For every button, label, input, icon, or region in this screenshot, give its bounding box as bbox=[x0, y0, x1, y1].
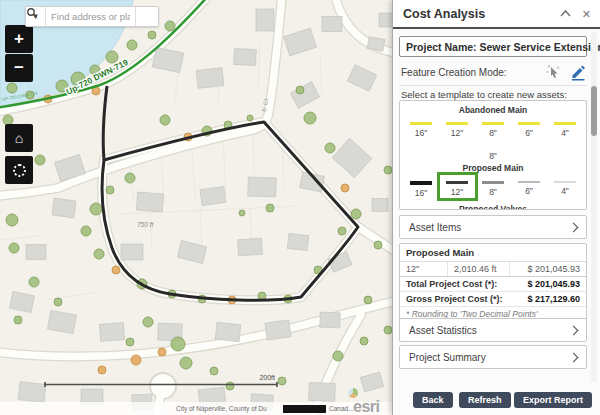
template-swatch bbox=[446, 122, 468, 125]
asset-statistics-section[interactable]: Asset Statistics bbox=[399, 318, 587, 342]
house bbox=[320, 312, 341, 328]
template-swatch bbox=[446, 181, 468, 184]
template-item[interactable]: 8" bbox=[476, 175, 511, 198]
zoom-out-button[interactable]: − bbox=[5, 54, 33, 82]
tree bbox=[239, 210, 245, 216]
tree bbox=[171, 337, 185, 351]
tree bbox=[7, 83, 17, 93]
map-canvas[interactable]: UP-720 DWN-719 Up-720 DWN-719 E Ct 750 f… bbox=[0, 0, 392, 415]
chevron-right-icon bbox=[569, 352, 579, 362]
edit-pencil-icon[interactable] bbox=[570, 64, 587, 81]
house bbox=[287, 233, 308, 250]
feature-creation-mode-row: Feature Creation Mode: bbox=[399, 60, 587, 84]
search-input[interactable] bbox=[46, 7, 135, 26]
template-swatch bbox=[518, 122, 540, 125]
template-label: 16" bbox=[404, 188, 439, 198]
panel-title: Cost Analysis bbox=[403, 7, 485, 21]
distance-label: 750 ft bbox=[137, 221, 154, 228]
attribution-bar: City of Naperville, County of Du Canad..… bbox=[0, 402, 392, 415]
tree bbox=[325, 143, 335, 153]
tree bbox=[35, 155, 45, 165]
panel-scrollbar-thumb[interactable] bbox=[591, 86, 597, 136]
tree bbox=[165, 21, 175, 31]
tree bbox=[127, 40, 137, 50]
template-item[interactable]: 12" bbox=[440, 116, 475, 138]
zoom-in-button[interactable]: + bbox=[5, 25, 33, 53]
asset-items-section[interactable]: Asset Items bbox=[399, 215, 587, 239]
project-summary-section[interactable]: Project Summary bbox=[399, 345, 587, 369]
tree bbox=[278, 377, 286, 385]
template-label: 12" bbox=[440, 187, 475, 197]
template-swatch bbox=[410, 181, 432, 185]
tree bbox=[6, 214, 18, 226]
asset-statistics-label: Asset Statistics bbox=[409, 325, 477, 336]
tree bbox=[341, 184, 349, 192]
proposed-main-row: 16"12"8"6"4" bbox=[400, 175, 586, 198]
template-item[interactable]: 16" bbox=[404, 116, 439, 138]
template-picker: Abandoned Main 16"12"8"6"4" 8" Proposed … bbox=[399, 100, 587, 210]
template-item[interactable]: 8" bbox=[476, 139, 511, 161]
refresh-button[interactable]: Refresh bbox=[459, 392, 511, 408]
select-wand-icon[interactable] bbox=[546, 64, 562, 80]
tree bbox=[384, 326, 392, 334]
template-item[interactable]: 16" bbox=[404, 175, 439, 198]
gross-cost-value: $ 217,129.60 bbox=[527, 294, 586, 304]
house bbox=[367, 37, 385, 52]
export-report-button[interactable]: Export Report bbox=[514, 392, 592, 408]
locate-button[interactable] bbox=[5, 156, 33, 184]
collapse-panel-button[interactable] bbox=[559, 8, 572, 20]
tree bbox=[94, 249, 104, 259]
attribution-text-2: Canad... bbox=[329, 405, 354, 412]
template-item[interactable]: 4" bbox=[548, 116, 583, 138]
template-label: 6" bbox=[512, 186, 547, 196]
asset-cost: $ 201,045.93 bbox=[510, 264, 586, 274]
template-item[interactable]: 8" bbox=[476, 116, 511, 138]
divider bbox=[399, 85, 587, 86]
search-button[interactable] bbox=[135, 7, 158, 26]
asset-length: 2,010.46 ft bbox=[448, 262, 510, 276]
gross-cost-row: Gross Project Cost (*): $ 217,129.60 bbox=[400, 292, 586, 307]
scale-label: 200ft bbox=[259, 374, 275, 381]
total-cost-value: $ 201,045.93 bbox=[527, 279, 586, 289]
template-item[interactable]: 4" bbox=[548, 175, 583, 198]
template-item[interactable]: 12" bbox=[440, 175, 475, 198]
template-group-title: Proposed Main bbox=[400, 163, 586, 173]
tree bbox=[29, 277, 39, 287]
template-label: 4" bbox=[548, 128, 583, 138]
tree bbox=[54, 298, 62, 306]
asset-items-label: Asset Items bbox=[409, 222, 461, 233]
house bbox=[215, 322, 241, 341]
tree bbox=[333, 351, 343, 361]
template-swatch bbox=[554, 122, 576, 125]
template-item[interactable]: 6" bbox=[512, 116, 547, 138]
template-swatch bbox=[482, 181, 504, 184]
abandoned-main-wrapped-row: 8" bbox=[400, 139, 586, 161]
house bbox=[234, 48, 257, 65]
back-button[interactable]: Back bbox=[413, 392, 453, 408]
template-label: 8" bbox=[476, 151, 511, 161]
close-panel-button[interactable]: ✕ bbox=[582, 8, 591, 20]
tree bbox=[14, 316, 22, 324]
cost-analysis-panel: Cost Analysis ✕ Project Name: Sewer Serv… bbox=[392, 0, 600, 415]
panel-header: Cost Analysis ✕ bbox=[393, 0, 600, 29]
house bbox=[200, 186, 226, 205]
house bbox=[372, 199, 388, 212]
home-button[interactable]: ⌂ bbox=[5, 124, 33, 152]
template-group-title: Proposed Valves bbox=[400, 204, 586, 210]
tree bbox=[338, 227, 346, 235]
template-prompt: Select a template to create new assets: bbox=[401, 89, 567, 100]
cost-table: Proposed Main 12" 2,010.46 ft $ 201,045.… bbox=[399, 243, 587, 323]
panel-scrollbar-track[interactable] bbox=[591, 32, 597, 382]
map-graphics: UP-720 DWN-719 Up-720 DWN-719 E Ct 750 f… bbox=[0, 0, 392, 415]
template-swatch bbox=[482, 145, 504, 148]
tree bbox=[210, 367, 218, 375]
tree bbox=[131, 355, 141, 365]
chevron-right-icon bbox=[569, 325, 579, 335]
house bbox=[26, 245, 46, 260]
esri-logo: esri bbox=[353, 398, 379, 415]
search-icon bbox=[26, 7, 38, 19]
template-item[interactable]: 6" bbox=[512, 175, 547, 198]
home-icon: ⌂ bbox=[15, 130, 23, 146]
house bbox=[248, 177, 277, 197]
template-swatch bbox=[554, 181, 576, 183]
